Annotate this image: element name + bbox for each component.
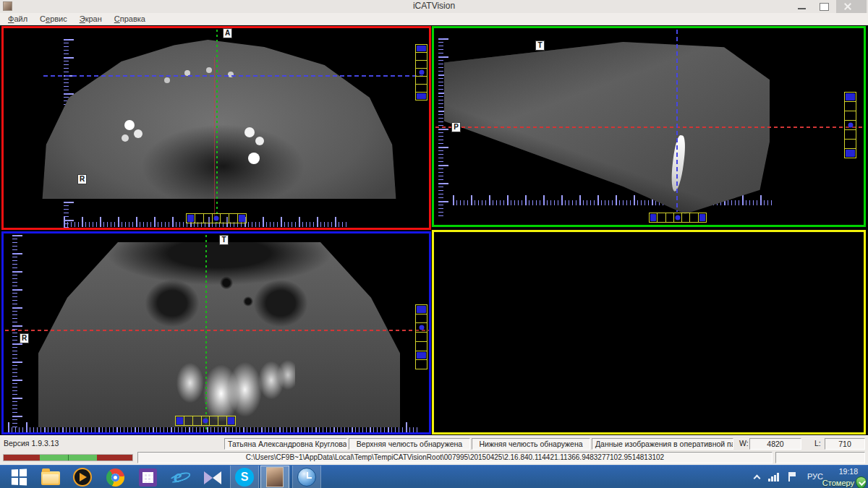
patient-name-field: Татьяна Александровна Круглова xyxy=(224,438,347,450)
density-progress-bar xyxy=(3,454,133,461)
orientation-label-top: T xyxy=(219,235,229,245)
orientation-label-posterior: P xyxy=(451,122,461,132)
axial-bright-structures xyxy=(4,28,7,31)
coronal-green-crosshair[interactable] xyxy=(205,235,207,430)
file-explorer-button[interactable] xyxy=(36,466,65,488)
system-tray: РУС 19:18 Стомеру xyxy=(680,466,868,488)
window-width-value[interactable]: 4820 xyxy=(749,438,801,450)
version-label: Версия 1.9.3.13 xyxy=(4,439,59,448)
icatvision-taskbar-button[interactable] xyxy=(260,466,289,488)
tray-clock[interactable]: 19:18 xyxy=(839,467,858,476)
icatvision-thumbnail xyxy=(266,467,284,487)
coronal-slice-slider-horizontal[interactable] xyxy=(175,416,236,426)
title-bar: iCATVision xyxy=(0,0,868,13)
axial-red-crosshair xyxy=(214,57,215,220)
taskbar: e S РУС 19:18 Стомеру xyxy=(0,465,868,488)
language-indicator[interactable]: РУС xyxy=(807,472,823,481)
tray-chevron-up-icon[interactable] xyxy=(754,475,761,482)
clock-app-button[interactable] xyxy=(292,466,321,488)
axial-slice-slider-vertical[interactable] xyxy=(415,44,427,100)
aimp-button[interactable] xyxy=(68,466,97,488)
maximize-button[interactable] xyxy=(813,0,835,13)
window-level-label: L: xyxy=(814,439,821,448)
status-bar: Версия 1.9.3.13 Татьяна Александровна Кр… xyxy=(0,435,868,465)
viewport-grid: A R T P T R xyxy=(0,25,868,435)
sagittal-slice-slider-vertical[interactable] xyxy=(844,92,856,158)
menu-screen[interactable]: Экран xyxy=(76,14,111,23)
orientation-label-top: T xyxy=(535,40,545,51)
folder-icon xyxy=(41,471,60,485)
coronal-viewport[interactable]: T R xyxy=(1,231,431,435)
coronal-teeth-structures xyxy=(176,355,295,421)
watermark: Стомеру xyxy=(822,476,867,488)
status-empty-field xyxy=(775,452,865,463)
skype-icon: S xyxy=(235,468,254,487)
network-signal-icon[interactable] xyxy=(768,473,780,481)
start-button[interactable] xyxy=(4,466,33,488)
axial-viewport[interactable]: A R xyxy=(1,26,431,230)
chrome-icon xyxy=(106,468,124,487)
aimp-icon xyxy=(73,468,92,487)
clock-app-icon xyxy=(297,468,316,487)
sagittal-slice-slider-horizontal[interactable] xyxy=(649,213,707,223)
window-title: iCATVision xyxy=(0,1,868,11)
window-level-value[interactable]: 710 xyxy=(825,438,865,450)
sagittal-red-crosshair[interactable] xyxy=(435,127,862,128)
windows-logo-icon xyxy=(12,469,27,486)
chrome-button[interactable] xyxy=(101,466,129,488)
sagittal-blue-crosshair[interactable] xyxy=(676,30,678,212)
kmplayer-icon xyxy=(203,470,222,486)
empty-viewport[interactable] xyxy=(432,230,866,435)
sagittal-viewport[interactable]: T P xyxy=(432,26,866,227)
menu-bar: Файл Сервис Экран Справка xyxy=(0,13,868,25)
orientation-label-right: R xyxy=(77,174,87,184)
watermark-text: Стомеру xyxy=(822,479,854,487)
axial-slice-slider-horizontal[interactable] xyxy=(186,213,247,223)
internet-explorer-icon: e xyxy=(170,467,190,487)
shield-icon xyxy=(856,476,867,488)
dataset-path: C:\Users\CF9B~1\AppData\Local\Temp\Tempi… xyxy=(137,452,773,463)
internet-explorer-button[interactable]: e xyxy=(166,466,195,488)
axial-ct-image xyxy=(31,40,407,221)
upper-jaw-status: Верхняя челюсть обнаружена xyxy=(349,438,470,450)
kmplayer-button[interactable] xyxy=(198,466,227,488)
sagittal-ct-image xyxy=(444,42,770,214)
close-button[interactable] xyxy=(836,0,867,13)
orientation-label-right: R xyxy=(20,333,29,343)
grid-app-icon xyxy=(139,468,157,487)
axial-green-crosshair[interactable] xyxy=(216,30,218,223)
orientation-label-anterior: A xyxy=(223,28,232,38)
memory-status: Данные изображения в оперативной памяти xyxy=(592,438,733,450)
coronal-red-crosshair[interactable] xyxy=(5,330,429,331)
coronal-slice-slider-vertical[interactable] xyxy=(415,304,427,369)
axial-blue-crosshair[interactable] xyxy=(43,75,423,77)
menu-file[interactable]: Файл xyxy=(4,14,36,23)
minimize-button[interactable] xyxy=(791,0,813,13)
grid-app-button[interactable] xyxy=(133,466,162,488)
coronal-left-ruler xyxy=(12,235,22,427)
menu-help[interactable]: Справка xyxy=(111,14,154,23)
menu-service[interactable]: Сервис xyxy=(36,14,76,23)
window-width-label: W: xyxy=(739,439,749,448)
skype-button[interactable]: S xyxy=(230,466,259,488)
action-center-flag-icon[interactable] xyxy=(788,472,796,481)
lower-jaw-status: Нижняя челюсть обнаружена xyxy=(472,438,590,450)
